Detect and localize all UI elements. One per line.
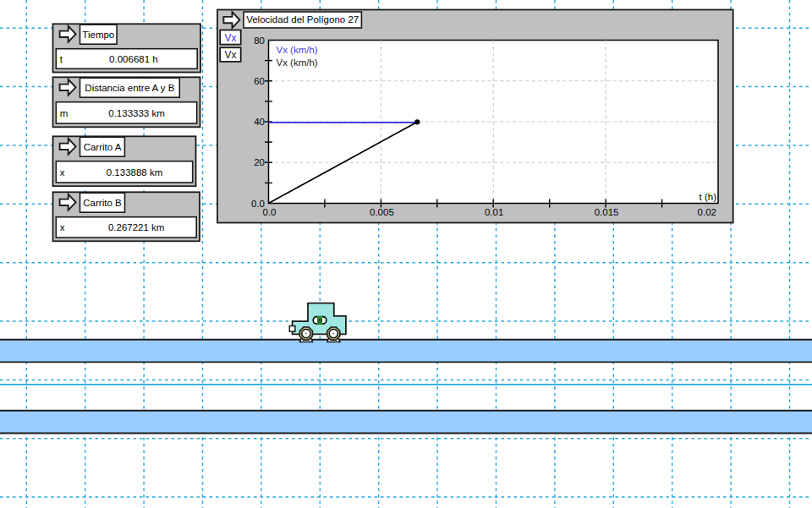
svg-text:Tiempo: Tiempo xyxy=(82,30,114,40)
svg-text:80: 80 xyxy=(254,36,265,46)
svg-text:Distancia entre A y B: Distancia entre A y B xyxy=(85,83,174,93)
svg-text:40: 40 xyxy=(254,117,265,127)
svg-text:0.133333 km: 0.133333 km xyxy=(108,108,165,118)
svg-text:Velocidad del Polígono 27: Velocidad del Polígono 27 xyxy=(246,14,359,25)
svg-text:x: x xyxy=(60,167,65,178)
svg-text:0.267221 km: 0.267221 km xyxy=(108,222,165,232)
svg-text:Vx (km/h): Vx (km/h) xyxy=(277,45,318,55)
svg-text:Carrito A: Carrito A xyxy=(84,142,122,152)
svg-text:Vx: Vx xyxy=(224,49,236,61)
svg-text:0.015: 0.015 xyxy=(595,207,619,217)
svg-text:0.01: 0.01 xyxy=(485,207,503,217)
svg-text:0.02: 0.02 xyxy=(698,207,716,217)
svg-text:0.0: 0.0 xyxy=(263,207,277,217)
svg-text:t (h): t (h) xyxy=(700,192,717,202)
svg-text:Vx (km/h): Vx (km/h) xyxy=(277,57,318,68)
svg-text:0.133888 km: 0.133888 km xyxy=(107,167,163,178)
svg-text:0.006681 h: 0.006681 h xyxy=(109,54,158,64)
svg-text:20: 20 xyxy=(254,157,265,167)
svg-text:m: m xyxy=(60,108,69,118)
svg-text:Vx: Vx xyxy=(224,32,236,44)
svg-text:x: x xyxy=(60,222,65,232)
svg-text:0.005: 0.005 xyxy=(370,207,394,217)
svg-text:Carrito B: Carrito B xyxy=(83,198,122,208)
svg-text:60: 60 xyxy=(254,76,265,86)
